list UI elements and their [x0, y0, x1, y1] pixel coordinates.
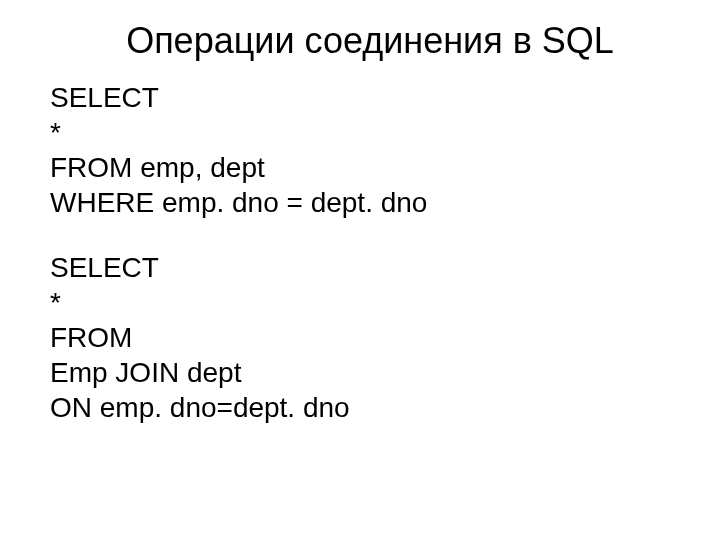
- code-line: ON emp. dno=dept. dno: [50, 390, 670, 425]
- code-line: WHERE emp. dno = dept. dno: [50, 185, 670, 220]
- code-line: FROM: [50, 320, 670, 355]
- code-line: SELECT: [50, 80, 670, 115]
- code-line: *: [50, 115, 670, 150]
- code-line: *: [50, 285, 670, 320]
- code-line: Emp JOIN dept: [50, 355, 670, 390]
- slide-title: Операции соединения в SQL: [70, 20, 670, 62]
- sql-block-1: SELECT * FROM emp, dept WHERE emp. dno =…: [50, 80, 670, 220]
- code-line: SELECT: [50, 250, 670, 285]
- sql-block-2: SELECT * FROM Emp JOIN dept ON emp. dno=…: [50, 250, 670, 425]
- code-line: FROM emp, dept: [50, 150, 670, 185]
